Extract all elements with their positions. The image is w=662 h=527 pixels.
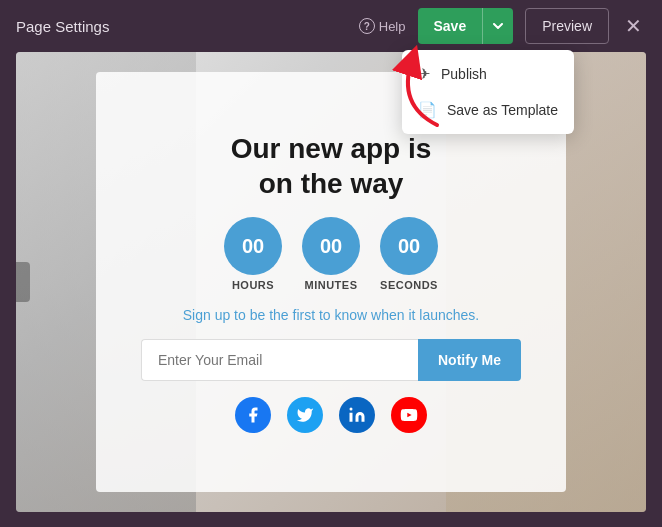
help-icon: ? [359,18,375,34]
social-icons [235,397,427,433]
countdown: 00 HOURS 00 MINUTES 00 SECONDS [224,217,438,291]
minutes-label: MINUTES [305,279,358,291]
publish-menu-item[interactable]: ✈ Publish [402,56,574,92]
page-title: Page Settings [16,18,109,35]
help-button[interactable]: ? Help [359,18,406,34]
save-template-menu-item[interactable]: 📄 Save as Template [402,92,574,128]
heading-line2: on the way [259,168,404,199]
save-template-label: Save as Template [447,102,558,118]
save-button[interactable]: Save [418,8,483,44]
send-icon: ✈ [418,65,431,83]
heading-line1: Our new app is [231,133,432,164]
svg-point-0 [350,408,353,411]
left-edge-tab[interactable] [16,262,30,302]
hours-label: HOURS [232,279,274,291]
notify-button[interactable]: Notify Me [418,339,521,381]
publish-label: Publish [441,66,487,82]
youtube-icon[interactable] [391,397,427,433]
file-icon: 📄 [418,101,437,119]
seconds-unit: 00 SECONDS [380,217,438,291]
header: Page Settings ? Help Save Preview ✕ [0,0,662,52]
linkedin-icon[interactable] [339,397,375,433]
minutes-unit: 00 MINUTES [302,217,360,291]
facebook-icon[interactable] [235,397,271,433]
chevron-down-icon [493,23,503,29]
save-dropdown-button[interactable] [482,8,513,44]
hours-circle: 00 [224,217,282,275]
twitter-icon[interactable] [287,397,323,433]
content-overlay: Our new app is on the way 00 HOURS 00 MI… [96,72,566,492]
signup-text: Sign up to be the first to know when it … [183,307,480,323]
help-label: Help [379,19,406,34]
hours-unit: 00 HOURS [224,217,282,291]
email-form: Notify Me [141,339,521,381]
preview-button[interactable]: Preview [525,8,609,44]
save-dropdown-menu: ✈ Publish 📄 Save as Template [402,50,574,134]
page-heading: Our new app is on the way [231,131,432,201]
close-button[interactable]: ✕ [621,12,646,40]
email-input[interactable] [141,339,418,381]
header-right: ? Help Save Preview ✕ [359,8,646,44]
header-left: Page Settings [16,18,109,35]
save-group: Save [418,8,514,44]
minutes-circle: 00 [302,217,360,275]
seconds-label: SECONDS [380,279,438,291]
seconds-circle: 00 [380,217,438,275]
